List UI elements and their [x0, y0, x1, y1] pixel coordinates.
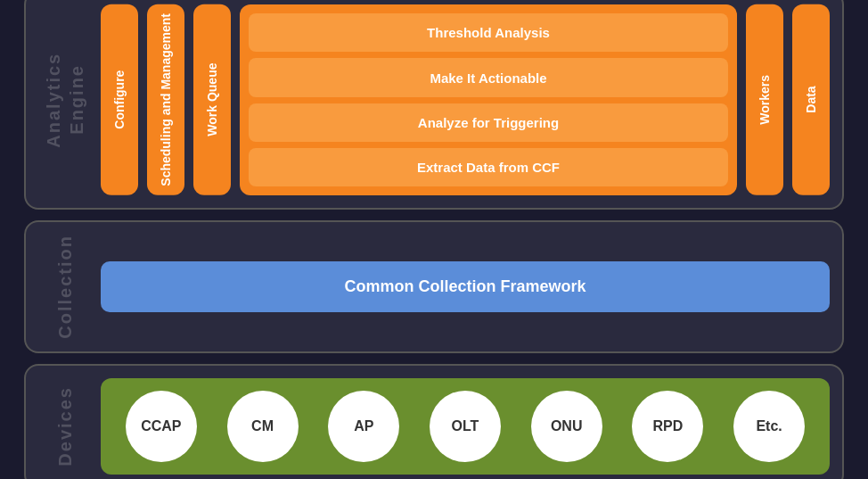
device-ap: AP — [328, 391, 399, 462]
collection-row: Collection Common Collection Framework — [24, 220, 844, 353]
analytics-label: AnalyticsEngine — [38, 4, 92, 195]
scheduling-label: Scheduling and Management — [159, 13, 173, 186]
devices-row: Devices CCAP CM AP OLT ONU RPD Etc. — [24, 364, 844, 479]
analyze-triggering-item: Analyze for Triggering — [249, 103, 728, 142]
workqueue-label: Work Queue — [205, 63, 219, 136]
data-column: Data — [792, 4, 830, 195]
analysis-group: Threshold Analysis Make It Actionable An… — [240, 4, 737, 195]
device-ccap: CCAP — [126, 391, 197, 462]
ccf-bar: Common Collection Framework — [101, 261, 830, 312]
device-etc: Etc. — [733, 391, 805, 462]
device-olt: OLT — [430, 391, 501, 462]
threshold-analysis-item: Threshold Analysis — [249, 13, 728, 52]
make-actionable-item: Make It Actionable — [249, 58, 728, 96]
analytics-row: AnalyticsEngine Configure Scheduling and… — [24, 0, 844, 210]
device-cm: CM — [227, 391, 299, 462]
device-onu: ONU — [531, 391, 602, 462]
workers-label: Workers — [757, 75, 772, 125]
ccf-label: Common Collection Framework — [344, 277, 585, 295]
device-rpd: RPD — [632, 391, 703, 462]
scheduling-column: Scheduling and Management — [147, 4, 184, 195]
data-label: Data — [804, 87, 818, 113]
collection-label: Collection — [38, 235, 92, 339]
configure-column: Configure — [101, 4, 138, 195]
devices-group: CCAP CM AP OLT ONU RPD Etc. — [101, 378, 830, 475]
configure-label: Configure — [112, 70, 127, 129]
workqueue-column: Work Queue — [193, 4, 231, 195]
devices-label: Devices — [38, 386, 92, 467]
main-container: AnalyticsEngine Configure Scheduling and… — [24, 0, 844, 479]
extract-data-item: Extract Data from CCF — [249, 148, 728, 186]
workers-column: Workers — [746, 4, 783, 195]
